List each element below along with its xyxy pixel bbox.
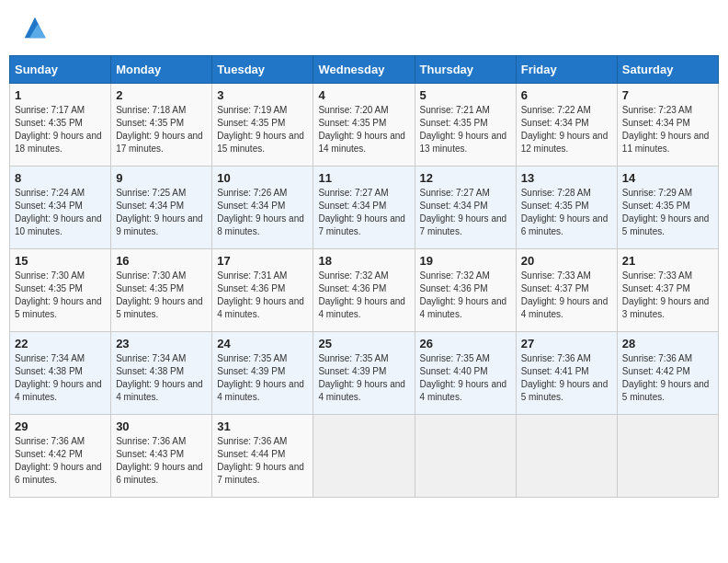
calendar-day-cell: 5 Sunrise: 7:21 AM Sunset: 4:35 PM Dayli… — [415, 84, 516, 167]
day-info: Sunrise: 7:24 AM Sunset: 4:34 PM Dayligh… — [15, 188, 102, 236]
day-number: 26 — [420, 337, 511, 350]
day-number: 14 — [622, 171, 713, 185]
calendar-week-row: 22 Sunrise: 7:34 AM Sunset: 4:38 PM Dayl… — [10, 332, 719, 415]
calendar-header-row: SundayMondayTuesdayWednesdayThursdayFrid… — [10, 56, 719, 84]
day-info: Sunrise: 7:32 AM Sunset: 4:36 PM Dayligh… — [318, 270, 405, 319]
day-number: 4 — [318, 88, 409, 102]
calendar-day-cell: 19 Sunrise: 7:32 AM Sunset: 4:36 PM Dayl… — [415, 249, 516, 332]
calendar-day-cell: 29 Sunrise: 7:36 AM Sunset: 4:42 PM Dayl… — [10, 415, 111, 498]
day-info: Sunrise: 7:20 AM Sunset: 4:35 PM Dayligh… — [318, 105, 405, 154]
calendar-day-cell: 27 Sunrise: 7:36 AM Sunset: 4:41 PM Dayl… — [516, 332, 617, 415]
calendar-day-cell: 6 Sunrise: 7:22 AM Sunset: 4:34 PM Dayli… — [516, 84, 617, 167]
day-number: 1 — [15, 88, 106, 102]
calendar-day-cell: 10 Sunrise: 7:26 AM Sunset: 4:34 PM Dayl… — [212, 167, 313, 249]
day-info: Sunrise: 7:25 AM Sunset: 4:34 PM Dayligh… — [116, 188, 203, 236]
day-of-week-header: Saturday — [617, 56, 718, 84]
day-info: Sunrise: 7:33 AM Sunset: 4:37 PM Dayligh… — [521, 270, 609, 319]
calendar-week-row: 1 Sunrise: 7:17 AM Sunset: 4:35 PM Dayli… — [10, 84, 719, 167]
day-number: 15 — [15, 254, 106, 268]
day-number: 12 — [420, 171, 511, 185]
day-number: 31 — [217, 419, 308, 433]
calendar-day-cell: 23 Sunrise: 7:34 AM Sunset: 4:38 PM Dayl… — [111, 332, 212, 415]
calendar-day-cell: 3 Sunrise: 7:19 AM Sunset: 4:35 PM Dayli… — [212, 84, 313, 167]
calendar-day-cell: 9 Sunrise: 7:25 AM Sunset: 4:34 PM Dayli… — [111, 167, 212, 249]
day-number: 23 — [116, 337, 207, 350]
day-of-week-header: Thursday — [415, 56, 516, 84]
calendar-day-cell: 26 Sunrise: 7:35 AM Sunset: 4:40 PM Dayl… — [415, 332, 516, 415]
logo — [18, 14, 49, 41]
calendar-day-cell: 4 Sunrise: 7:20 AM Sunset: 4:35 PM Dayli… — [313, 84, 415, 167]
calendar-day-cell — [313, 415, 415, 498]
day-number: 22 — [15, 337, 106, 350]
calendar-day-cell: 12 Sunrise: 7:27 AM Sunset: 4:34 PM Dayl… — [415, 167, 516, 249]
day-info: Sunrise: 7:17 AM Sunset: 4:35 PM Dayligh… — [15, 105, 102, 154]
day-number: 11 — [318, 171, 409, 185]
calendar-table: SundayMondayTuesdayWednesdayThursdayFrid… — [9, 55, 719, 498]
calendar-week-row: 8 Sunrise: 7:24 AM Sunset: 4:34 PM Dayli… — [10, 167, 719, 249]
day-info: Sunrise: 7:26 AM Sunset: 4:34 PM Dayligh… — [217, 188, 304, 236]
calendar-day-cell — [415, 415, 516, 498]
day-number: 19 — [420, 254, 511, 268]
calendar-day-cell: 13 Sunrise: 7:28 AM Sunset: 4:35 PM Dayl… — [516, 167, 617, 249]
calendar-day-cell: 7 Sunrise: 7:23 AM Sunset: 4:34 PM Dayli… — [617, 84, 718, 167]
calendar-day-cell: 28 Sunrise: 7:36 AM Sunset: 4:42 PM Dayl… — [617, 332, 718, 415]
calendar-week-row: 15 Sunrise: 7:30 AM Sunset: 4:35 PM Dayl… — [10, 249, 719, 332]
day-of-week-header: Monday — [111, 56, 212, 84]
day-number: 5 — [420, 88, 511, 102]
day-number: 20 — [521, 254, 612, 268]
calendar-day-cell: 18 Sunrise: 7:32 AM Sunset: 4:36 PM Dayl… — [313, 249, 415, 332]
day-number: 25 — [318, 337, 409, 350]
day-info: Sunrise: 7:36 AM Sunset: 4:41 PM Dayligh… — [521, 353, 609, 402]
day-info: Sunrise: 7:19 AM Sunset: 4:35 PM Dayligh… — [217, 105, 304, 154]
calendar-day-cell: 17 Sunrise: 7:31 AM Sunset: 4:36 PM Dayl… — [212, 249, 313, 332]
day-info: Sunrise: 7:35 AM Sunset: 4:40 PM Dayligh… — [420, 353, 507, 402]
day-number: 13 — [521, 171, 612, 185]
day-info: Sunrise: 7:36 AM Sunset: 4:42 PM Dayligh… — [15, 436, 102, 485]
day-number: 8 — [15, 171, 106, 185]
calendar-day-cell: 24 Sunrise: 7:35 AM Sunset: 4:39 PM Dayl… — [212, 332, 313, 415]
calendar-day-cell: 16 Sunrise: 7:30 AM Sunset: 4:35 PM Dayl… — [111, 249, 212, 332]
day-info: Sunrise: 7:35 AM Sunset: 4:39 PM Dayligh… — [318, 353, 405, 402]
day-info: Sunrise: 7:30 AM Sunset: 4:35 PM Dayligh… — [15, 270, 102, 319]
calendar-day-cell: 25 Sunrise: 7:35 AM Sunset: 4:39 PM Dayl… — [313, 332, 415, 415]
day-number: 10 — [217, 171, 308, 185]
day-number: 3 — [217, 88, 308, 102]
day-of-week-header: Tuesday — [212, 56, 313, 84]
calendar-day-cell: 8 Sunrise: 7:24 AM Sunset: 4:34 PM Dayli… — [10, 167, 111, 249]
day-number: 30 — [116, 419, 207, 433]
calendar-day-cell: 22 Sunrise: 7:34 AM Sunset: 4:38 PM Dayl… — [10, 332, 111, 415]
calendar-day-cell — [617, 415, 718, 498]
day-info: Sunrise: 7:36 AM Sunset: 4:44 PM Dayligh… — [217, 436, 304, 485]
day-number: 9 — [116, 171, 207, 185]
day-number: 27 — [521, 337, 612, 350]
day-info: Sunrise: 7:30 AM Sunset: 4:35 PM Dayligh… — [116, 270, 203, 319]
day-number: 17 — [217, 254, 308, 268]
day-info: Sunrise: 7:27 AM Sunset: 4:34 PM Dayligh… — [318, 188, 405, 236]
calendar-day-cell — [516, 415, 617, 498]
day-info: Sunrise: 7:36 AM Sunset: 4:42 PM Dayligh… — [622, 353, 710, 402]
day-number: 6 — [521, 88, 612, 102]
day-number: 16 — [116, 254, 207, 268]
day-info: Sunrise: 7:35 AM Sunset: 4:39 PM Dayligh… — [217, 353, 304, 402]
day-of-week-header: Wednesday — [313, 56, 415, 84]
day-number: 28 — [622, 337, 713, 350]
page-header — [9, 9, 719, 46]
day-number: 29 — [15, 419, 106, 433]
day-info: Sunrise: 7:33 AM Sunset: 4:37 PM Dayligh… — [622, 270, 710, 319]
calendar-day-cell: 11 Sunrise: 7:27 AM Sunset: 4:34 PM Dayl… — [313, 167, 415, 249]
calendar-day-cell: 31 Sunrise: 7:36 AM Sunset: 4:44 PM Dayl… — [212, 415, 313, 498]
day-number: 21 — [622, 254, 713, 268]
day-info: Sunrise: 7:22 AM Sunset: 4:34 PM Dayligh… — [521, 105, 609, 154]
calendar-day-cell: 15 Sunrise: 7:30 AM Sunset: 4:35 PM Dayl… — [10, 249, 111, 332]
day-of-week-header: Friday — [516, 56, 617, 84]
day-of-week-header: Sunday — [10, 56, 111, 84]
day-number: 7 — [622, 88, 713, 102]
day-info: Sunrise: 7:28 AM Sunset: 4:35 PM Dayligh… — [521, 188, 609, 236]
logo-icon — [21, 14, 49, 41]
calendar-day-cell: 30 Sunrise: 7:36 AM Sunset: 4:43 PM Dayl… — [111, 415, 212, 498]
calendar-day-cell: 20 Sunrise: 7:33 AM Sunset: 4:37 PM Dayl… — [516, 249, 617, 332]
day-info: Sunrise: 7:23 AM Sunset: 4:34 PM Dayligh… — [622, 105, 710, 154]
day-info: Sunrise: 7:34 AM Sunset: 4:38 PM Dayligh… — [15, 353, 102, 402]
day-info: Sunrise: 7:34 AM Sunset: 4:38 PM Dayligh… — [116, 353, 203, 402]
calendar-day-cell: 1 Sunrise: 7:17 AM Sunset: 4:35 PM Dayli… — [10, 84, 111, 167]
